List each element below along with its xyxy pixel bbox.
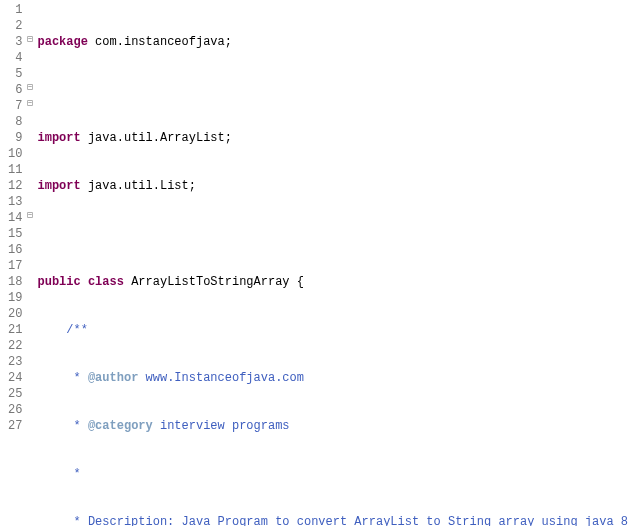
fold-toggle[interactable] bbox=[26, 32, 33, 48]
code-area[interactable]: package com.instanceofjava; import java.… bbox=[34, 0, 629, 526]
fold-toggle[interactable] bbox=[26, 80, 33, 96]
fold-toggle[interactable] bbox=[26, 96, 33, 112]
code-editor: 1 2 3 4 5 6 7 8 9 10 11 12 13 14 15 16 1… bbox=[0, 0, 628, 526]
folding-column bbox=[26, 0, 33, 526]
fold-toggle[interactable] bbox=[26, 208, 33, 224]
line-gutter: 1 2 3 4 5 6 7 8 9 10 11 12 13 14 15 16 1… bbox=[0, 0, 26, 526]
